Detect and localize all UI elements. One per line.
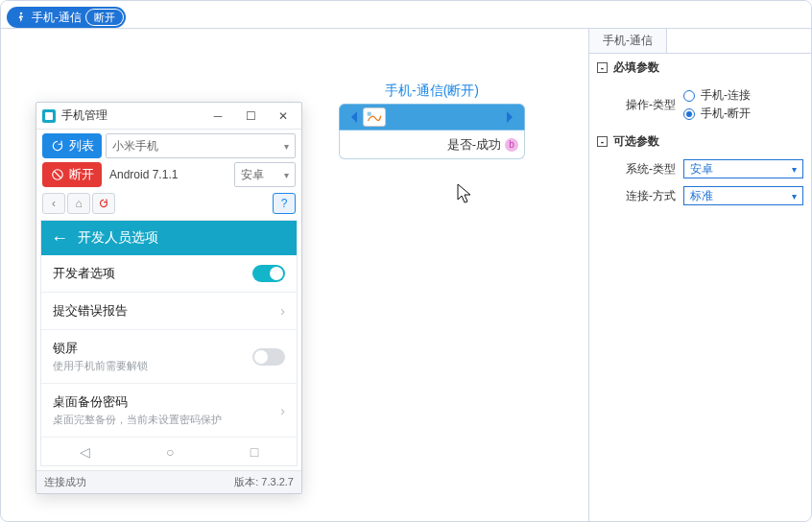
radio-option-connect[interactable]: 手机-连接 [683, 87, 803, 104]
collapse-icon[interactable]: - [597, 62, 608, 73]
workflow-node-body: 是否-成功 b [339, 130, 525, 159]
inspector-tab[interactable]: 手机-通信 [589, 29, 667, 53]
android-recent-icon[interactable]: □ [251, 444, 258, 460]
workflow-step-tab-label: 手机-通信 [32, 10, 82, 26]
phone-list: 开发者选项 提交错误报告 › 锁屏 使用手机前需要解锁 [41, 255, 297, 437]
svg-line-4 [55, 172, 61, 178]
phone-screen-header: ← 开发人员选项 [41, 221, 297, 255]
workflow-node-title: 手机-通信(断开) [339, 83, 525, 100]
inspector-panel: 手机-通信 - 必填参数 操作-类型 手机-连接 手机-断开 [588, 29, 811, 521]
refresh-icon [50, 138, 65, 154]
optional-params-header[interactable]: - 可选参数 [589, 128, 811, 155]
param-row-conn-mode: 连接-方式 标准 ▾ [589, 182, 811, 209]
radio-icon[interactable] [683, 90, 695, 102]
workflow-step-tab-badge: 断开 [86, 10, 123, 25]
chevron-down-icon: ▾ [792, 191, 797, 202]
sys-type-select[interactable]: 安卓 ▾ [683, 159, 803, 178]
phone-screen[interactable]: ← 开发人员选项 开发者选项 提交错误报告 › [40, 220, 298, 466]
forbid-icon [50, 167, 65, 182]
nav-back-button[interactable]: ‹ [42, 193, 65, 214]
chevron-right-icon: › [280, 303, 285, 319]
param-row-sys-type: 系统-类型 安卓 ▾ [589, 155, 811, 182]
workflow-node[interactable]: 手机-通信(断开) 是否-成功 b [339, 83, 525, 159]
connection-status: 连接成功 [44, 475, 86, 489]
android-back-icon[interactable]: ◁ [80, 444, 90, 460]
android-home-icon[interactable]: ○ [166, 444, 174, 460]
device-select-value: 小米手机 [112, 138, 158, 154]
radio-option-disconnect[interactable]: 手机-断开 [683, 106, 803, 122]
window-title: 手机管理 [61, 107, 202, 124]
cursor-icon [456, 182, 473, 208]
platform-select[interactable]: 安卓 ▾ [234, 162, 296, 187]
toggle-switch[interactable] [252, 265, 285, 282]
phone-screen-title: 开发人员选项 [78, 229, 158, 247]
app-icon [42, 109, 56, 123]
help-button[interactable]: ? [273, 193, 296, 214]
param-label: 连接-方式 [622, 188, 676, 204]
walk-icon [14, 11, 28, 24]
phone-manager-window[interactable]: 手机管理 ─ ☐ ✕ 列表 小米手机 [36, 102, 302, 494]
workflow-node-header[interactable] [339, 104, 525, 130]
workflow-canvas[interactable]: 手机-通信(断开) 是否-成功 b [1, 29, 588, 521]
window-titlebar[interactable]: 手机管理 ─ ☐ ✕ [36, 103, 301, 130]
workflow-step-tab[interactable]: 手机-通信 断开 [7, 7, 126, 28]
list-item[interactable]: 提交错误报告 › [41, 292, 297, 329]
flow-out-port[interactable] [507, 111, 518, 123]
maximize-button[interactable]: ☐ [234, 105, 267, 128]
param-label: 系统-类型 [622, 161, 676, 178]
param-label: 操作-类型 [622, 97, 676, 113]
node-output-label: 是否-成功 [447, 136, 501, 154]
version-label: 版本: 7.3.2.7 [234, 475, 294, 489]
phone-navbar: ◁ ○ □ [41, 437, 297, 465]
list-item[interactable]: 桌面备份密码 桌面完整备份，当前未设置密码保护 › [41, 383, 297, 437]
list-item[interactable]: 锁屏 使用手机前需要解锁 [41, 329, 297, 383]
radio-icon[interactable] [683, 108, 695, 120]
close-button[interactable]: ✕ [267, 105, 299, 128]
param-row-op-type: 操作-类型 手机-连接 手机-断开 [589, 82, 811, 128]
node-output-pin[interactable]: b [505, 138, 518, 152]
conn-mode-select[interactable]: 标准 ▾ [683, 186, 803, 205]
device-select[interactable]: 小米手机 ▾ [106, 133, 296, 158]
node-icon [363, 107, 386, 127]
chevron-down-icon: ▾ [284, 141, 289, 152]
svg-point-0 [20, 12, 23, 15]
android-version-label: Android 7.1.1 [106, 168, 230, 181]
svg-rect-2 [45, 112, 53, 120]
collapse-icon[interactable]: - [597, 136, 608, 147]
list-button[interactable]: 列表 [42, 133, 102, 158]
flow-in-port[interactable] [346, 111, 357, 123]
platform-select-value: 安卓 [241, 167, 264, 183]
list-item[interactable]: 开发者选项 [41, 255, 297, 292]
minimize-button[interactable]: ─ [202, 105, 234, 128]
toggle-switch[interactable] [252, 348, 285, 366]
disconnect-button[interactable]: 断开 [42, 162, 102, 187]
chevron-down-icon: ▾ [284, 170, 289, 180]
chevron-down-icon: ▾ [792, 164, 797, 175]
chevron-right-icon: › [280, 403, 285, 418]
window-statusbar: 连接成功 版本: 7.3.2.7 [36, 470, 301, 493]
svg-rect-1 [368, 112, 371, 116]
nav-refresh-button[interactable] [92, 193, 115, 214]
phone-back-icon[interactable]: ← [51, 228, 68, 249]
required-params-header[interactable]: - 必填参数 [589, 54, 811, 82]
nav-home-button[interactable]: ⌂ [67, 193, 90, 214]
